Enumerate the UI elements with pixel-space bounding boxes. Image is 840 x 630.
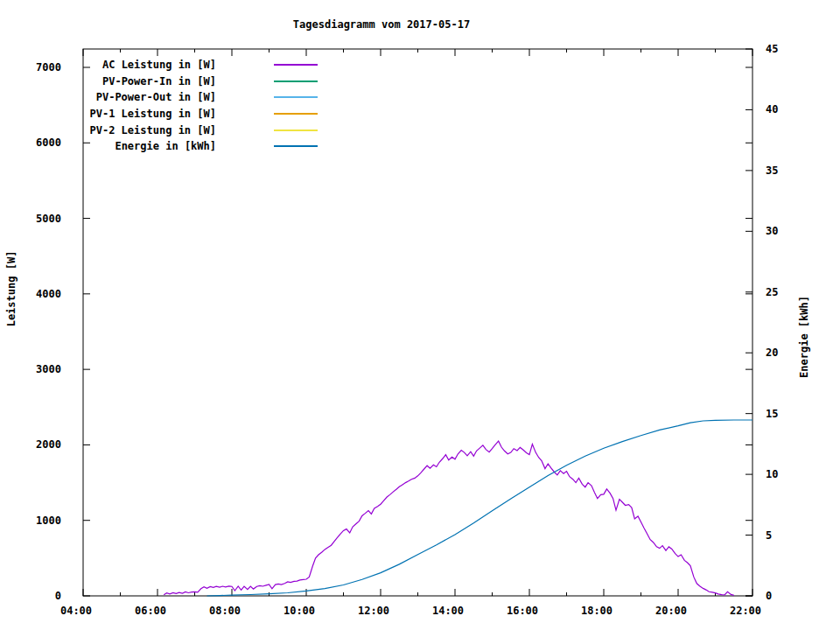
x-tick-label: 18:00 [581, 605, 612, 617]
legend-label-pv-1-leistung-in-w: PV-1 Leistung in [W] [90, 108, 217, 120]
y2-tick-label: 45 [766, 43, 778, 55]
x-tick-label: 16:00 [507, 605, 538, 617]
legend-label-ac-leistung-in-w: AC Leistung in [W] [102, 59, 216, 71]
y2-tick-label: 40 [766, 103, 778, 116]
y2-tick-label: 35 [766, 164, 778, 177]
legend-label-pv-power-out-in-w: PV-Power-Out in [W] [96, 91, 216, 103]
ac-leistung-in-w-line [164, 441, 734, 595]
energie-in-kwh-line [207, 420, 753, 596]
y1-axis-label: Leistung [W] [5, 251, 18, 327]
legend-label-pv-2-leistung-in-w: PV-2 Leistung in [W] [90, 124, 217, 136]
y1-tick-label: 3000 [36, 363, 61, 375]
y1-tick-label: 7000 [36, 61, 61, 74]
x-tick-label: 22:00 [730, 605, 761, 617]
y2-tick-label: 30 [766, 225, 778, 237]
y1-tick-label: 6000 [36, 136, 61, 149]
legend-label-energie-in-kwh: Energie in [kWh] [115, 140, 216, 152]
y1-tick-label: 0 [55, 590, 61, 602]
y1-tick-label: 4000 [36, 288, 61, 300]
x-tick-label: 14:00 [432, 605, 464, 617]
y2-tick-label: 15 [766, 408, 778, 420]
x-tick-label: 20:00 [655, 605, 687, 617]
y2-tick-label: 0 [766, 590, 772, 602]
chart-canvas: Tagesdiagramm vom 2017-05-17 Leistung [W… [0, 0, 840, 630]
x-tick-label: 06:00 [135, 605, 166, 617]
y2-tick-label: 10 [766, 468, 778, 480]
x-tick-label: 08:00 [209, 605, 241, 617]
chart-title: Tagesdiagramm vom 2017-05-17 [293, 18, 470, 31]
legend-label-pv-power-in-in-w: PV-Power-In in [W] [102, 75, 216, 88]
y1-tick-label: 2000 [36, 438, 61, 451]
y1-tick-label: 1000 [36, 514, 61, 527]
x-tick-label: 04:00 [60, 605, 92, 617]
y2-axis-label: Energie [kWh] [798, 296, 810, 378]
series-lines [164, 420, 752, 596]
x-tick-label: 10:00 [284, 605, 315, 617]
y1-tick-label: 5000 [36, 213, 61, 225]
x-tick-label: 12:00 [358, 605, 389, 617]
daily-pv-chart-page: Tagesdiagramm vom 2017-05-17 Leistung [W… [0, 0, 840, 630]
legend: AC Leistung in [W]PV-Power-In in [W]PV-P… [90, 59, 318, 152]
y2-tick-label: 25 [766, 286, 778, 298]
y2-tick-label: 20 [766, 346, 778, 359]
y2-tick-label: 5 [766, 529, 772, 542]
